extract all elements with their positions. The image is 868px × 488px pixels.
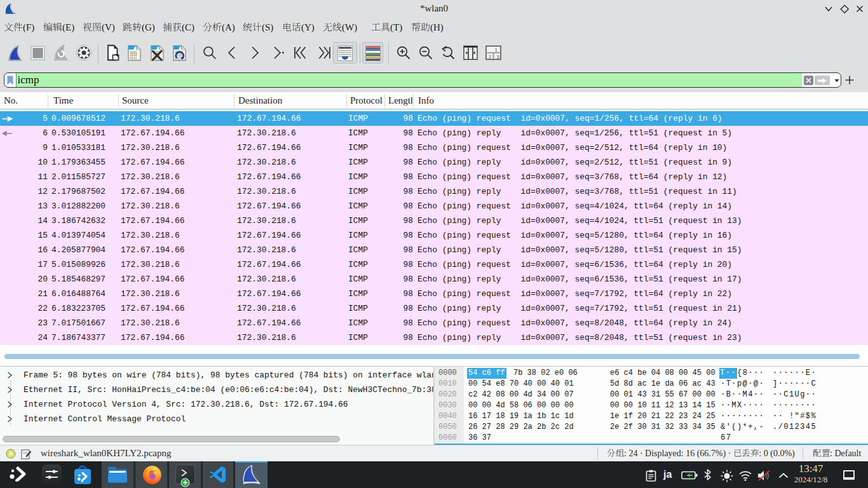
svg-text:2: 2 xyxy=(489,54,491,60)
svg-text:0111: 0111 xyxy=(130,57,137,60)
svg-text:3: 3 xyxy=(497,54,499,60)
svg-text:1: 1 xyxy=(495,47,498,53)
